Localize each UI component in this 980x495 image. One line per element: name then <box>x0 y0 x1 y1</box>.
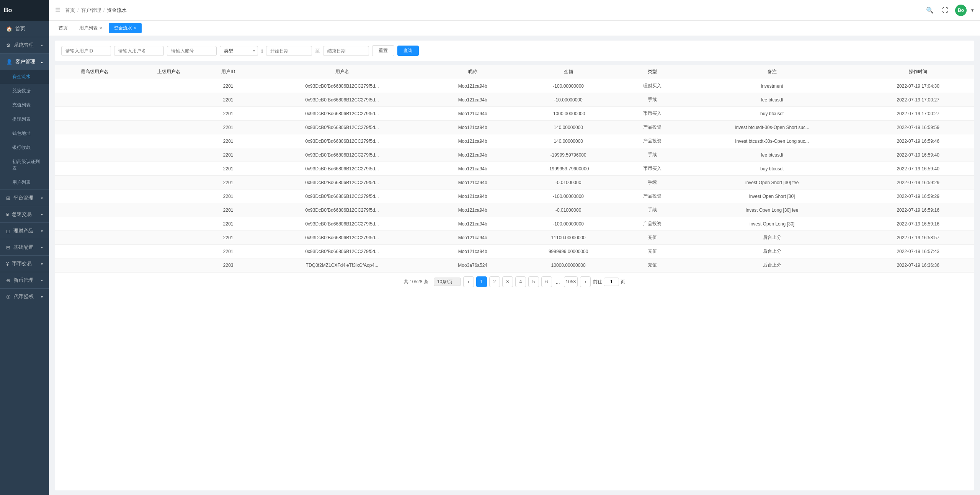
avatar-dropdown-icon[interactable]: ▾ <box>971 7 974 13</box>
sidebar-item-new-coin[interactable]: ⊕ 新币管理 ▾ <box>0 272 49 288</box>
sidebar-sub-item-recharge-list[interactable]: 充值列表 <box>0 98 49 112</box>
chevron-down-icon: ▾ <box>41 212 43 217</box>
table-cell: 0x93DcB0fBd66806B12CC279f5d... <box>253 245 431 258</box>
info-icon[interactable]: ℹ <box>261 48 263 54</box>
fullscreen-icon[interactable]: ⛶ <box>940 5 951 16</box>
filter-bar: 类型 ℹ 至 重置 查询 <box>55 41 974 61</box>
topbar-right: 🔍 ⛶ Bo ▾ <box>924 5 974 16</box>
table-cell <box>134 79 204 93</box>
sidebar-item-finance[interactable]: ◻ 理财产品 ▾ <box>0 223 49 239</box>
page-4-button[interactable]: 4 <box>515 276 526 287</box>
table-cell <box>55 190 134 203</box>
sidebar-sub-item-bank-account[interactable]: 银行收款 <box>0 140 49 155</box>
tab-close-capital-flow[interactable]: ✕ <box>134 26 137 30</box>
page-6-button[interactable]: 6 <box>541 276 552 287</box>
table-cell: 产品投资 <box>622 134 682 148</box>
table-cell: 2201 <box>204 148 253 162</box>
table-cell: Moo121ca94b <box>431 107 514 121</box>
topbar-left: ☰ 首页 / 客户管理 / 资金流水 <box>55 7 127 14</box>
table-cell <box>55 258 134 272</box>
page-3-button[interactable]: 3 <box>502 276 513 287</box>
table-cell: Moo121ca94b <box>431 93 514 107</box>
table-cell: -0.01000000 <box>514 203 622 217</box>
table-cell: 后台上分 <box>682 231 862 245</box>
user-name-input[interactable] <box>114 46 164 56</box>
sidebar-sub-item-user-list[interactable]: 用户列表 <box>0 175 49 190</box>
table-cell: 10000.00000000 <box>514 258 622 272</box>
table-cell <box>134 217 204 231</box>
sidebar-item-basic-config[interactable]: ⊟ 基础配置 ▾ <box>0 239 49 255</box>
sidebar-sub-item-kyc-list[interactable]: 初高级认证列表 <box>0 155 49 175</box>
table-cell: 0x93DcB0fBd66806B12CC279f5d... <box>253 148 431 162</box>
avatar[interactable]: Bo <box>955 5 967 16</box>
breadcrumb-sep-1: / <box>77 7 79 13</box>
reset-button[interactable]: 重置 <box>372 45 394 56</box>
user-id-input[interactable] <box>61 46 111 56</box>
table-cell <box>55 176 134 190</box>
table-cell: investment <box>682 79 862 93</box>
table-cell: 2201 <box>204 190 253 203</box>
sidebar-item-platform[interactable]: ⊞ 平台管理 ▾ <box>0 190 49 206</box>
table-cell <box>134 203 204 217</box>
table-cell: 2201 <box>204 203 253 217</box>
tab-capital-flow[interactable]: 资金流水 ✕ <box>109 23 142 33</box>
sidebar-sub-item-tip-list[interactable]: 提现列表 <box>0 112 49 126</box>
table-cell: 2022-07-19 16:59:16 <box>862 203 974 217</box>
sidebar-logo[interactable]: Bo <box>0 0 49 21</box>
table-cell: -0.01000000 <box>514 176 622 190</box>
type-select[interactable]: 类型 <box>220 46 258 56</box>
table-cell: invest Open Short [30] fee <box>682 176 862 190</box>
breadcrumb-customer[interactable]: 客户管理 <box>81 7 101 14</box>
search-button[interactable]: 查询 <box>397 46 419 56</box>
main-content: ☰ 首页 / 客户管理 / 资金流水 🔍 ⛶ Bo ▾ 首页 用户列表 ✕ 资金… <box>49 0 980 495</box>
table-row: 22010x93DcB0fBd66806B12CC279f5d...Moo121… <box>55 217 974 231</box>
table-cell: -100.00000000 <box>514 217 622 231</box>
date-separator: 至 <box>315 47 320 54</box>
sidebar-item-quick-trade[interactable]: ¥ 急速交易 ▾ <box>0 206 49 222</box>
page-size-select[interactable]: 10条/页20条/页50条/页 <box>434 278 461 286</box>
tab-close-user-list[interactable]: ✕ <box>99 26 102 30</box>
table-cell: 2022-07-19 16:59:40 <box>862 162 974 176</box>
tab-home[interactable]: 首页 <box>54 23 73 33</box>
tab-user-list[interactable]: 用户列表 ✕ <box>74 23 107 33</box>
jump-to-input[interactable] <box>604 278 619 286</box>
sidebar-item-token-auth[interactable]: ⑦ 代币授权 ▾ <box>0 289 49 305</box>
prev-page-button[interactable]: ‹ <box>463 276 474 287</box>
table-cell: buy btcusdt <box>682 107 862 121</box>
end-date-input[interactable] <box>323 46 369 56</box>
table-cell: Invest btcusdt-30s-Open Long suc... <box>682 134 862 148</box>
page-2-button[interactable]: 2 <box>489 276 500 287</box>
start-date-input[interactable] <box>266 46 312 56</box>
col-nickname: 昵称 <box>431 65 514 79</box>
table-cell: 0x93DcB0fBd66806B12CC279f5d... <box>253 93 431 107</box>
breadcrumb-home[interactable]: 首页 <box>65 7 75 14</box>
sidebar-sub-item-capital-flow[interactable]: 资金流水 <box>0 70 49 84</box>
table-cell: 0x93DcB0fBd66806B12CC279f5d... <box>253 231 431 245</box>
table-cell <box>55 148 134 162</box>
jump-to-label: 前往 <box>593 279 602 285</box>
sidebar-item-home[interactable]: 🏠 首页 <box>0 21 49 37</box>
page-last-button[interactable]: 1053 <box>564 276 578 287</box>
table-row: 22010x93DcB0fBd66806B12CC279f5d...Moo121… <box>55 162 974 176</box>
account-input[interactable] <box>167 46 217 56</box>
sidebar-item-coin-trade[interactable]: ¥ 币币交易 ▾ <box>0 256 49 272</box>
data-table: 最高级用户名 上级用户名 用户ID 用户名 昵称 金额 类型 备注 操作时间 2… <box>55 65 974 272</box>
next-page-button[interactable]: › <box>580 276 591 287</box>
table-cell: 0x93DcB0fBd66806B12CC279f5d... <box>253 162 431 176</box>
sidebar-item-system[interactable]: ⚙ 系统管理 ▾ <box>0 37 49 53</box>
table-cell: fee btcusdt <box>682 148 862 162</box>
page-ellipsis: ... <box>554 279 562 285</box>
table-cell: 产品投资 <box>622 190 682 203</box>
table-cell <box>134 107 204 121</box>
menu-icon[interactable]: ☰ <box>55 7 60 14</box>
chevron-down-icon: ▾ <box>41 229 43 233</box>
coin-trade-icon: ¥ <box>6 261 9 267</box>
table-cell: 2022-07-19 16:57:43 <box>862 245 974 258</box>
table-cell: Moo121ca94b <box>431 176 514 190</box>
page-5-button[interactable]: 5 <box>528 276 539 287</box>
sidebar-item-customer[interactable]: 👤 客户管理 ▴ <box>0 54 49 70</box>
sidebar-sub-item-exchange-data[interactable]: 兑换数据 <box>0 84 49 98</box>
page-1-button[interactable]: 1 <box>476 276 487 287</box>
sidebar-sub-item-wallet-address[interactable]: 钱包地址 <box>0 126 49 140</box>
search-icon[interactable]: 🔍 <box>924 5 935 16</box>
